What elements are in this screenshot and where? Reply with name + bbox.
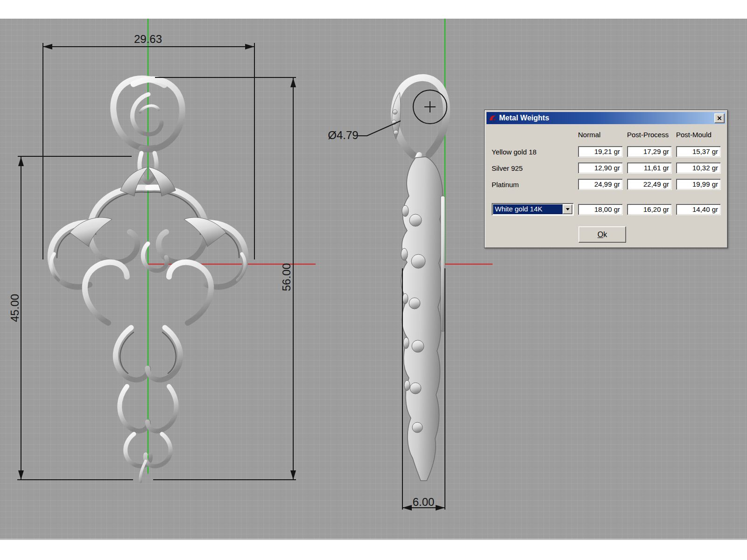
chevron-down-icon [566, 208, 570, 210]
weight-field-platinum-post-process[interactable]: 22,49 gr [627, 179, 672, 190]
bottom-margin [0, 540, 747, 560]
column-header-normal: Normal [578, 131, 600, 139]
cad-viewport[interactable] [0, 19, 747, 540]
dimension-bail-hole-diameter[interactable]: Ø4.79 [317, 130, 369, 141]
close-icon[interactable]: ✕ [714, 113, 725, 123]
dimension-front-total-height[interactable]: 56.00 [281, 252, 292, 303]
metal-weights-dialog: Metal Weights ✕ Normal Post-Process Post… [484, 110, 728, 248]
weight-field-silver-post-process[interactable]: 11,61 gr [627, 162, 672, 174]
column-header-post-process: Post-Process [627, 131, 669, 139]
weight-field-silver-normal[interactable]: 12,90 gr [578, 162, 623, 174]
dropdown-button[interactable] [563, 204, 572, 214]
weight-field-yellow-gold-normal[interactable]: 19,21 gr [578, 146, 623, 157]
ok-label-rest: k [603, 231, 607, 238]
top-margin [0, 0, 747, 19]
rhino-logo-icon [489, 114, 496, 122]
dialog-title: Metal Weights [499, 114, 549, 122]
metal-label-silver-925: Silver 925 [492, 164, 523, 172]
metal-label-platinum: Platinum [492, 181, 519, 189]
metal-select-value: White gold 14K [493, 204, 564, 214]
ok-button[interactable]: Ok [578, 226, 626, 243]
weight-field-platinum-post-mould[interactable]: 19,99 gr [676, 179, 721, 190]
weight-field-yellow-gold-post-process[interactable]: 17,29 gr [627, 146, 672, 157]
weight-field-custom-post-process[interactable]: 16,20 gr [627, 204, 672, 215]
weight-field-yellow-gold-post-mould[interactable]: 15,37 gr [676, 146, 721, 157]
weight-field-platinum-normal[interactable]: 24,99 gr [578, 179, 623, 190]
dimension-front-inner-height[interactable]: 45.00 [9, 282, 21, 334]
weight-field-custom-normal[interactable]: 18,00 gr [578, 204, 623, 215]
weight-field-custom-post-mould[interactable]: 14,40 gr [676, 204, 721, 215]
metal-label-yellow-gold-18: Yellow gold 18 [492, 148, 536, 156]
cad-application-window: 29.63 45.00 56.00 Ø4.79 6.00 Metal Weigh… [0, 0, 747, 560]
weight-field-silver-post-mould[interactable]: 10,32 gr [676, 162, 721, 174]
column-header-post-mould: Post-Mould [676, 131, 712, 139]
dialog-titlebar[interactable]: Metal Weights ✕ [486, 112, 726, 124]
dimension-side-thickness[interactable]: 6.00 [398, 497, 449, 508]
ok-label-initial: O [598, 231, 603, 238]
metal-select-dropdown[interactable]: White gold 14K [492, 203, 574, 216]
dimension-front-width[interactable]: 29.63 [122, 34, 174, 45]
